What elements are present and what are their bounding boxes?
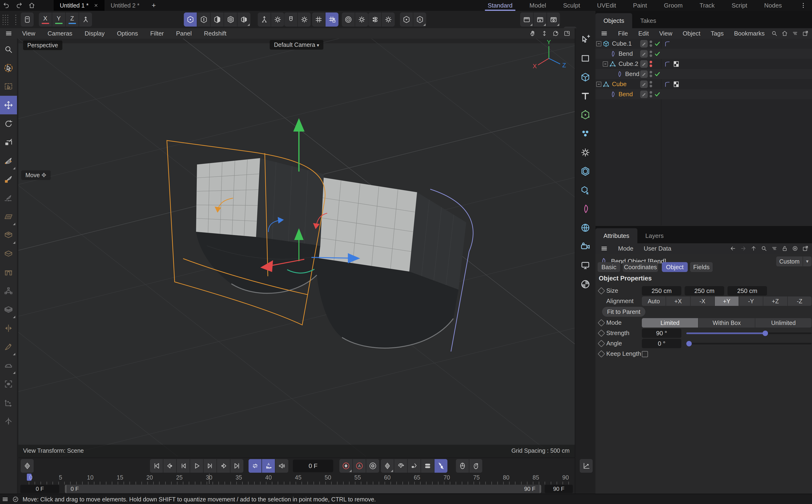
tool-extrude-inner[interactable]	[1, 244, 16, 263]
tool-rotate[interactable]	[1, 114, 16, 133]
axis-y-button[interactable]: Y	[52, 12, 65, 27]
toolbar-drag-handle[interactable]	[2, 14, 9, 25]
viewport-menu-cameras[interactable]: Cameras	[41, 30, 78, 37]
objects-menu-bookmarks[interactable]: Bookmarks	[729, 30, 770, 37]
layout-tab-sculpt[interactable]: Sculpt	[555, 0, 588, 11]
objects-menu-edit[interactable]: Edit	[633, 30, 654, 37]
undo-icon[interactable]	[0, 0, 13, 11]
dolly-icon[interactable]	[540, 29, 549, 38]
attributes-arrow-up-icon[interactable]	[749, 244, 758, 253]
tool-spline-pen[interactable]	[1, 152, 16, 170]
attributes-search-icon[interactable]	[760, 244, 768, 253]
mode-key-diamond[interactable]	[598, 319, 605, 326]
tool-bridge[interactable]	[1, 263, 16, 282]
section-tab-fields[interactable]: Fields	[690, 262, 713, 272]
enabled-check-icon[interactable]	[654, 40, 661, 47]
tree-row-cube-2-2[interactable]: Cube.2	[595, 59, 812, 69]
tool-edge-cut[interactable]	[1, 300, 16, 319]
palette-deformer-bend[interactable]	[576, 200, 595, 218]
mode-hex-dot[interactable]	[184, 12, 197, 27]
tool-live-selection[interactable]	[1, 59, 16, 77]
attributes-menu-mode[interactable]: Mode	[613, 245, 639, 252]
range-slider[interactable]: 0 F 90 F	[65, 485, 541, 493]
axis-lock-button[interactable]	[79, 12, 92, 27]
preset-dropdown-arrow[interactable]: ▼	[803, 256, 812, 266]
prev-frame-button[interactable]	[177, 459, 190, 473]
attributes-tab-attributes[interactable]: Attributes	[595, 228, 637, 243]
sound-a-button[interactable]: A	[262, 459, 275, 473]
visibility-dots[interactable]	[650, 40, 652, 47]
alignment--z[interactable]: -Z	[788, 296, 812, 306]
edit-toggle-icon[interactable]	[640, 40, 648, 48]
range-start-field[interactable]: 0 F	[20, 485, 59, 493]
tool-rectangle-selection[interactable]	[1, 77, 16, 96]
document-tab-1[interactable]: Untitled 1 *	[54, 0, 105, 11]
alignment--x[interactable]: -X	[691, 296, 714, 306]
layout-tab-paint[interactable]: Paint	[625, 0, 655, 11]
layout-tab-track[interactable]: Track	[691, 0, 723, 11]
palette-text-object[interactable]	[576, 87, 595, 105]
tool-brush[interactable]	[1, 375, 16, 393]
palette-sky[interactable]	[576, 218, 595, 237]
record-key-button[interactable]	[339, 459, 352, 473]
mode-hex-half[interactable]	[211, 12, 224, 27]
viewport[interactable]: Perspective Default Camera ▾ Move ✥ Y X …	[18, 39, 575, 456]
objects-hamburger-icon[interactable]	[595, 30, 613, 37]
rings-button[interactable]	[342, 12, 355, 27]
enabled-check-icon[interactable]	[654, 91, 661, 98]
view-label[interactable]: Perspective	[23, 40, 62, 50]
gear-button[interactable]	[382, 12, 395, 27]
edit-toggle-icon[interactable]	[640, 50, 648, 58]
toolbar-drag-handle-2[interactable]	[15, 14, 17, 25]
tree-row-bend-3[interactable]: Bend	[595, 69, 812, 79]
tool-mirror[interactable]	[1, 319, 16, 337]
key-params-button[interactable]	[421, 459, 434, 473]
viewport-hamburger-icon[interactable]	[0, 30, 16, 37]
angle-slider[interactable]	[686, 343, 812, 344]
next-frame-button[interactable]	[204, 459, 217, 473]
palette-instance[interactable]	[576, 181, 595, 200]
section-tab-coordinates[interactable]: Coordinates	[623, 262, 658, 272]
close-tab-icon[interactable]	[94, 3, 98, 8]
fit-to-parent-button[interactable]: Fit to Parent	[602, 307, 645, 317]
attributes-target-icon[interactable]	[791, 244, 799, 253]
tool-point-transform[interactable]	[1, 393, 16, 412]
palette-generator[interactable]	[576, 143, 595, 162]
tool-bevel[interactable]	[1, 282, 16, 300]
attributes-arrow-right-icon[interactable]	[739, 244, 748, 253]
hex-dot-button[interactable]	[400, 12, 413, 27]
mode-hex-pair[interactable]	[237, 12, 250, 27]
attributes-popout-icon[interactable]	[801, 244, 810, 253]
tool-scale[interactable]	[1, 133, 16, 152]
bend-mode-within-box[interactable]: Within Box	[699, 318, 755, 328]
record-settings-button[interactable]	[366, 459, 379, 473]
axis-z-button[interactable]: Z	[66, 12, 79, 27]
objects-popout-icon[interactable]	[801, 29, 810, 38]
visibility-dots[interactable]	[650, 81, 652, 87]
hand-icon[interactable]	[529, 29, 538, 38]
key-off-button[interactable]	[434, 459, 447, 473]
attributes-filter-icon[interactable]	[770, 244, 779, 253]
alignment-+z[interactable]: +Z	[763, 296, 787, 306]
expander-icon[interactable]	[603, 61, 608, 67]
viewport-menu-filter[interactable]: Filter	[144, 30, 170, 37]
tool-find[interactable]	[1, 40, 16, 59]
attributes-menu-user-data[interactable]: User Data	[639, 245, 676, 252]
tool-sketch-pen[interactable]	[1, 170, 16, 189]
enabled-check-icon[interactable]	[654, 71, 661, 78]
range-end-field[interactable]: 90 F	[545, 485, 573, 493]
strength-key-diamond[interactable]	[598, 329, 605, 337]
attributes-tab-layers[interactable]: Layers	[637, 228, 672, 243]
key-scale-button[interactable]	[408, 459, 421, 473]
current-frame-field[interactable]: 0 F	[293, 460, 333, 472]
mouse-button[interactable]	[456, 459, 469, 473]
objects-home-icon[interactable]	[780, 29, 789, 38]
expander-icon[interactable]	[596, 41, 601, 46]
visibility-dots[interactable]	[650, 91, 652, 97]
timeline-ruler[interactable]: 051015202530354045505560657075808590	[18, 474, 575, 484]
camera-label[interactable]: Default Camera ▾	[270, 40, 323, 50]
key-pos-button[interactable]	[381, 459, 394, 473]
tool-spline-smooth[interactable]	[1, 189, 16, 207]
tool-extrude[interactable]	[1, 226, 16, 244]
strength-slider[interactable]	[686, 332, 812, 334]
